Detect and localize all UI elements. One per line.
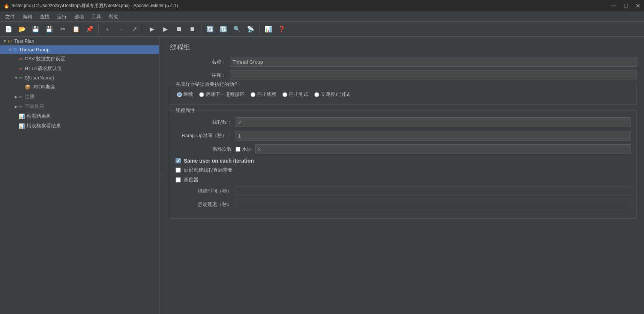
scheduler-label[interactable]: 调度器 <box>184 176 198 183</box>
toolbar-button-19[interactable]: 🔍 <box>231 23 243 36</box>
tree-item-view-results-tree[interactable]: 📊察看结果树 <box>0 111 159 121</box>
radio-item-start-next[interactable]: 启动下一进程循环 <box>199 91 245 98</box>
toolbar-button-4[interactable]: ✂ <box>56 23 69 36</box>
tree-item-json-assert[interactable]: 📦JSON断言 <box>0 82 159 92</box>
radio-stop-test[interactable] <box>282 92 287 97</box>
tree-icon: ✏ <box>19 104 23 109</box>
forever-label[interactable]: 水远 <box>242 146 252 153</box>
loop-count-row: 循环次数 水远 <box>176 144 631 154</box>
radio-label-stop-thread[interactable]: 停止线程 <box>257 91 276 98</box>
ramp-up-input[interactable] <box>236 131 631 141</box>
delayed-checkbox[interactable] <box>176 167 181 173</box>
toolbar-button-2[interactable]: 💾 <box>29 23 42 36</box>
toolbar-button-8[interactable]: + <box>101 23 114 36</box>
loop-count-input[interactable] <box>255 144 631 154</box>
menu-item-帮助[interactable]: 帮助 <box>105 13 122 21</box>
name-row: 名称： <box>170 57 636 67</box>
window-title: tester.jmx (C:\Users\hzxy\Desktop\测试专用图片… <box>12 3 178 9</box>
menu-item-工具[interactable]: 工具 <box>88 13 105 21</box>
tree-arrow: ▶ <box>14 95 19 99</box>
menu-item-编辑[interactable]: 编辑 <box>19 13 36 21</box>
tree-icon: ✂ <box>19 66 23 72</box>
radio-label-stop-test[interactable]: 停止测试 <box>289 91 308 98</box>
toolbar-button-0[interactable]: 📄 <box>2 23 15 36</box>
tree-item-register[interactable]: ▶✏注册 <box>0 92 159 102</box>
tree-arrow: ▼ <box>8 48 13 52</box>
same-user-checkbox[interactable] <box>176 158 181 163</box>
startup-delay-input[interactable] <box>236 200 631 209</box>
toolbar-button-12[interactable]: ▶ <box>146 23 158 36</box>
comment-input[interactable] <box>230 70 636 80</box>
name-input[interactable] <box>230 57 636 67</box>
menu-item-查找[interactable]: 查找 <box>36 13 53 21</box>
tree-item-username[interactable]: ▼✏${UserName} <box>0 73 159 82</box>
thread-count-input[interactable] <box>236 117 631 127</box>
tree-label: 察看结果树 <box>27 113 51 120</box>
tree-panel: ▼🏷Test Plan▼⚙Thread Group✂CSV 数据文件设置✂HTT… <box>0 37 159 314</box>
error-action-group: 继续启动下一进程循环停止线程停止测试立即停止测试 <box>176 88 631 99</box>
radio-item-stop-test-now[interactable]: 立即停止测试 <box>314 91 350 98</box>
window-controls[interactable]: — □ ✕ <box>611 2 640 9</box>
startup-delay-label: 启动延迟（秒） <box>176 201 236 208</box>
loop-count-label: 循环次数 <box>176 146 236 153</box>
radio-item-continue[interactable]: 继续 <box>177 91 193 98</box>
tree-label: 下单购买 <box>25 103 44 110</box>
toolbar-button-1[interactable]: 📂 <box>16 23 29 36</box>
toolbar-button-9[interactable]: − <box>114 23 127 36</box>
toolbar-button-20[interactable]: 📡 <box>244 23 257 36</box>
comment-row: 注释： <box>170 70 636 80</box>
toolbar-button-10[interactable]: ↗ <box>128 23 141 36</box>
radio-label-stop-test-now[interactable]: 立即停止测试 <box>321 91 350 98</box>
tree-item-csv[interactable]: ✂CSV 数据文件设置 <box>0 54 159 64</box>
scheduler-row[interactable]: 调度器 <box>176 176 631 183</box>
toolbar-button-23[interactable]: ❓ <box>275 23 288 36</box>
toolbar-button-3[interactable]: 💾 <box>43 23 56 36</box>
toolbar-button-13[interactable]: ▶ <box>159 23 172 36</box>
delayed-label[interactable]: 延迟创建线程直到需要 <box>184 167 233 173</box>
close-button[interactable]: ✕ <box>635 2 640 9</box>
toolbar-button-5[interactable]: 📋 <box>70 23 83 36</box>
tree-icon: 📊 <box>19 114 25 119</box>
radio-stop-thread[interactable] <box>251 92 255 97</box>
tree-icon: 📊 <box>19 123 25 129</box>
toolbar: 📄📂💾💾✂📋📌+−↗▶▶⏹⏹🔃🔃🔍📡📊❓ <box>0 22 644 37</box>
menu-item-运行[interactable]: 运行 <box>53 13 71 21</box>
toolbar-button-18[interactable]: 🔃 <box>217 23 230 36</box>
same-user-label[interactable]: Same user on each iteration <box>184 158 254 164</box>
tree-item-view-results-table[interactable]: 📊用表格察看结果 <box>0 121 159 131</box>
scheduler-checkbox[interactable] <box>176 177 181 182</box>
menu-item-文件[interactable]: 文件 <box>2 13 19 21</box>
tree-label: 用表格察看结果 <box>27 123 61 129</box>
radio-stop-test-now[interactable] <box>314 92 319 97</box>
panel-resize-handle[interactable]: ⋮ <box>159 37 162 314</box>
toolbar-button-22[interactable]: 📊 <box>262 23 275 36</box>
tree-item-thread-group[interactable]: ▼⚙Thread Group <box>0 45 159 54</box>
duration-input[interactable] <box>236 186 631 196</box>
menu-item-选项[interactable]: 选项 <box>71 13 88 21</box>
radio-continue[interactable] <box>177 92 182 97</box>
tree-label: ${UserName} <box>25 75 54 81</box>
tree-label: CSV 数据文件设置 <box>25 55 65 62</box>
minimize-button[interactable]: — <box>611 2 617 9</box>
name-label: 名称： <box>170 58 230 65</box>
same-user-row[interactable]: Same user on each iteration <box>176 158 631 164</box>
maximize-button[interactable]: □ <box>624 2 628 9</box>
radio-item-stop-test[interactable]: 停止测试 <box>282 91 308 98</box>
toolbar-button-15[interactable]: ⏹ <box>186 23 199 36</box>
toolbar-button-14[interactable]: ⏹ <box>173 23 185 36</box>
forever-checkbox[interactable] <box>236 147 240 152</box>
tree-item-http-default[interactable]: ✂HTTP请求默认值 <box>0 64 159 73</box>
toolbar-button-6[interactable]: 📌 <box>83 23 96 36</box>
tree-item-purchase[interactable]: ▶✏下单购买 <box>0 102 159 111</box>
thread-props-title: 线程属性 <box>174 107 197 114</box>
menubar: 文件编辑查找运行选项工具帮助 <box>0 12 644 22</box>
delayed-row[interactable]: 延迟创建线程直到需要 <box>176 167 631 173</box>
radio-item-stop-thread[interactable]: 停止线程 <box>251 91 276 98</box>
radio-label-continue[interactable]: 继续 <box>183 91 193 98</box>
radio-start-next[interactable] <box>199 92 204 97</box>
radio-label-start-next[interactable]: 启动下一进程循环 <box>206 91 245 98</box>
tree-icon: 🏷 <box>8 38 12 44</box>
toolbar-button-17[interactable]: 🔃 <box>204 23 216 36</box>
thread-count-label: 线程数： <box>176 119 236 126</box>
tree-item-test-plan[interactable]: ▼🏷Test Plan <box>0 37 159 45</box>
